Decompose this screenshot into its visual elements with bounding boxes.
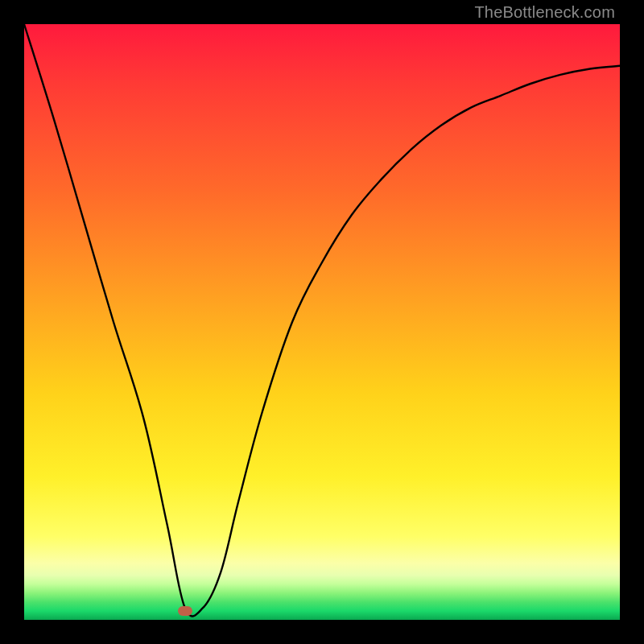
- bottleneck-curve: [24, 24, 620, 620]
- bottleneck-curve-path: [24, 24, 620, 617]
- plot-area: [24, 24, 620, 620]
- chart-frame: TheBottleneck.com: [0, 0, 644, 644]
- watermark-text: TheBottleneck.com: [474, 3, 615, 22]
- optimal-point-marker: [178, 606, 192, 616]
